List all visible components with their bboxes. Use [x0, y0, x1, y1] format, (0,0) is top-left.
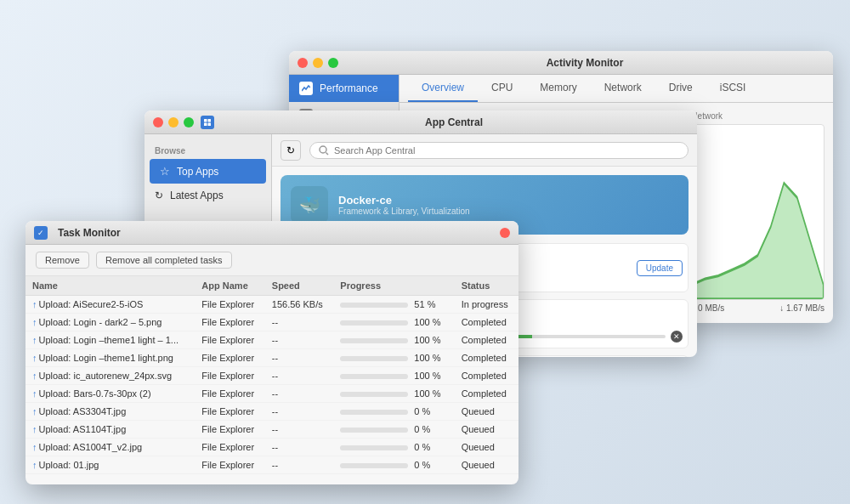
- upload-icon: ↑: [32, 388, 37, 399]
- task-speed: --: [265, 314, 334, 331]
- upload-icon: ↑: [32, 371, 37, 381]
- remove-button[interactable]: Remove: [36, 252, 89, 269]
- progress-bar: [340, 303, 408, 308]
- progress-bar: [340, 410, 408, 415]
- task-status: Queued: [455, 439, 518, 456]
- maximize-button-am[interactable]: [328, 58, 338, 68]
- update-button-ironwolf[interactable]: Update: [637, 260, 683, 276]
- tab-network[interactable]: Network: [591, 75, 655, 102]
- task-app: File Explorer: [195, 403, 264, 421]
- activity-monitor-titlebar: Activity Monitor: [289, 51, 833, 75]
- task-progress: 100 %: [333, 314, 454, 331]
- minimize-button-am[interactable]: [313, 58, 323, 68]
- plex-cancel-button[interactable]: ✕: [671, 331, 683, 343]
- progress-bar: [340, 392, 408, 397]
- svg-rect-7: [208, 122, 212, 126]
- task-app: File Explorer: [195, 456, 264, 474]
- task-table: Name App Name Speed Progress Status ↑Upl…: [26, 276, 518, 474]
- app-central-toolbar: ↻: [272, 134, 697, 167]
- task-status: Completed: [455, 385, 518, 403]
- task-status: Completed: [455, 331, 518, 349]
- task-app: File Explorer: [195, 385, 264, 403]
- refresh-button[interactable]: ↻: [280, 140, 301, 161]
- table-row: ↑Upload: Login –theme1 light – 1... File…: [26, 331, 518, 349]
- search-icon: [319, 145, 329, 156]
- table-row: ↑Upload: Bars-0.7s-30px (2) File Explore…: [26, 385, 518, 403]
- task-table-container[interactable]: Name App Name Speed Progress Status ↑Upl…: [26, 276, 518, 480]
- window-controls: [298, 58, 338, 68]
- task-status: Queued: [455, 421, 518, 439]
- table-row: ↑Upload: 01.jpg File Explorer -- 0 % Que…: [26, 456, 518, 474]
- task-name: ↑Upload: AS3304T.jpg: [26, 403, 195, 421]
- task-speed: --: [265, 456, 334, 474]
- task-speed: --: [265, 439, 334, 456]
- table-header-row: Name App Name Speed Progress Status: [26, 276, 518, 296]
- clock-icon: ↻: [155, 190, 163, 201]
- activity-monitor-title: Activity Monitor: [345, 57, 824, 69]
- svg-marker-3: [692, 183, 824, 299]
- col-progress: Progress: [333, 276, 454, 296]
- table-row: ↑Upload: ic_autorenew_24px.svg File Expl…: [26, 367, 518, 385]
- network-stats: ↑ 0 MB/s ↓ 1.67 MB/s: [691, 303, 824, 313]
- progress-bar: [340, 428, 408, 433]
- task-monitor-window: ✓ Task Monitor Remove Remove all complet…: [26, 221, 518, 484]
- task-name: ↑Upload: AS1104T.jpg: [26, 421, 195, 439]
- upload-icon: ↑: [32, 442, 37, 452]
- task-name: ↑Upload: Bars-0.7s-30px (2): [26, 385, 195, 403]
- sidebar-item-latest-apps[interactable]: ↻ Latest Apps: [144, 184, 271, 207]
- task-speed: --: [265, 367, 334, 385]
- svg-point-8: [320, 146, 326, 153]
- task-app: File Explorer: [195, 314, 264, 331]
- task-speed: --: [265, 349, 334, 367]
- task-app: File Explorer: [195, 296, 264, 314]
- col-status: Status: [455, 276, 518, 296]
- remove-all-button[interactable]: Remove all completed tasks: [96, 252, 232, 269]
- close-button-ac[interactable]: [153, 117, 163, 127]
- task-app: File Explorer: [195, 439, 264, 456]
- progress-bar: [340, 320, 408, 326]
- svg-rect-6: [204, 122, 207, 126]
- task-monitor-icon: ✓: [34, 226, 48, 240]
- task-app: File Explorer: [195, 331, 264, 349]
- table-row: ↑Upload: Login - dark2 – 5.png File Expl…: [26, 314, 518, 331]
- tab-cpu[interactable]: CPU: [478, 75, 526, 102]
- app-central-titlebar: App Central: [144, 110, 697, 134]
- task-monitor-toolbar: Remove Remove all completed tasks: [26, 245, 518, 276]
- task-name: ↑Upload: Login - dark2 – 5.png: [26, 314, 195, 331]
- tab-drive[interactable]: Drive: [655, 75, 706, 102]
- sidebar-item-top-apps[interactable]: ☆ Top Apps: [150, 159, 266, 184]
- task-name: ↑Upload: AiSecure2-5-iOS: [26, 296, 195, 314]
- search-input[interactable]: [334, 145, 679, 156]
- task-progress: 0 %: [333, 456, 454, 474]
- task-status: Completed: [455, 367, 518, 385]
- progress-bar: [340, 374, 408, 379]
- task-progress: 100 %: [333, 331, 454, 349]
- close-button-am[interactable]: [298, 58, 308, 68]
- app-central-icon: [201, 116, 214, 129]
- sidebar-item-performance[interactable]: Performance: [289, 75, 399, 102]
- task-name: ↑Upload: Login –theme1 light.png: [26, 349, 195, 367]
- col-name: Name: [26, 276, 195, 296]
- task-status: Completed: [455, 314, 518, 331]
- task-progress: 100 %: [333, 385, 454, 403]
- task-status: Completed: [455, 349, 518, 367]
- tab-iscsi[interactable]: iSCSI: [706, 75, 760, 102]
- tab-overview[interactable]: Overview: [408, 75, 478, 102]
- tab-memory[interactable]: Memory: [526, 75, 590, 102]
- task-progress: 100 %: [333, 367, 454, 385]
- minimize-button-ac[interactable]: [168, 117, 178, 127]
- task-progress: 0 %: [333, 421, 454, 439]
- col-appname: App Name: [195, 276, 264, 296]
- maximize-button-ac[interactable]: [184, 117, 194, 127]
- svg-rect-5: [208, 119, 212, 122]
- task-app: File Explorer: [195, 421, 264, 439]
- task-name: ↑Upload: Login –theme1 light – 1...: [26, 331, 195, 349]
- upload-icon: ↑: [32, 299, 37, 309]
- upload-icon: ↑: [32, 460, 37, 470]
- star-icon: ☆: [160, 165, 170, 178]
- task-app: File Explorer: [195, 349, 264, 367]
- upload-icon: ↑: [32, 317, 37, 327]
- close-button-tm[interactable]: [500, 228, 510, 238]
- table-row: ↑Upload: AS3304T.jpg File Explorer -- 0 …: [26, 403, 518, 421]
- upload-icon: ↑: [32, 353, 37, 363]
